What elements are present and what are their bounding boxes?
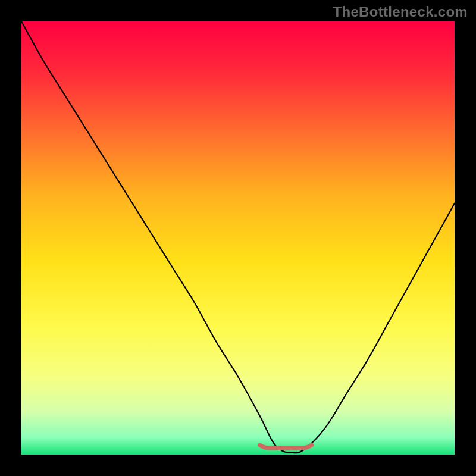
plot-background: [21, 21, 455, 455]
chart-container: TheBottleneck.com: [0, 0, 476, 476]
gradient-curve-plot: [0, 0, 476, 476]
source-attribution: TheBottleneck.com: [333, 4, 468, 20]
